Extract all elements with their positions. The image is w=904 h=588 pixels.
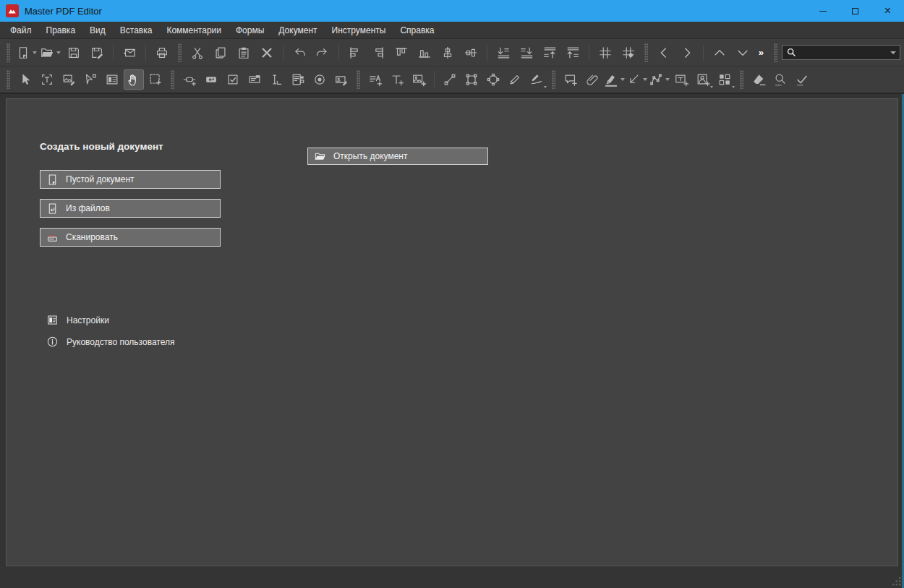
- add-image-button[interactable]: [409, 69, 429, 90]
- align-left-button[interactable]: [345, 43, 365, 63]
- send-backward-button[interactable]: [493, 43, 513, 63]
- text-box-button[interactable]: [671, 69, 691, 90]
- dropdown-caret-icon[interactable]: [56, 51, 61, 54]
- center-horizontal-button[interactable]: [438, 43, 458, 63]
- free-highlight-button[interactable]: [526, 69, 547, 90]
- open-document-button[interactable]: Открыть документ: [307, 148, 488, 165]
- scan-button[interactable]: Сканировать: [40, 228, 221, 247]
- select-tool-button[interactable]: [15, 69, 35, 90]
- radio-field-button[interactable]: [310, 69, 330, 90]
- bring-to-front-button[interactable]: [563, 43, 583, 63]
- previous-page-button[interactable]: [654, 43, 674, 63]
- signature-field-button[interactable]: [331, 69, 351, 90]
- checkbox-field-button[interactable]: [223, 69, 243, 90]
- scroll-up-button[interactable]: [709, 43, 730, 63]
- hand-tool-button[interactable]: [124, 69, 144, 90]
- edit-text-button[interactable]: [37, 69, 57, 90]
- next-page-button[interactable]: [677, 43, 697, 63]
- delete-button[interactable]: [257, 43, 277, 63]
- menu-item-4[interactable]: Вставка: [113, 22, 160, 38]
- dropdown-caret-icon[interactable]: [665, 78, 670, 81]
- redo-button[interactable]: [312, 43, 333, 63]
- copy-button[interactable]: [210, 43, 231, 63]
- toolbar-grip[interactable]: [740, 70, 743, 89]
- toolbar-grip[interactable]: [357, 70, 360, 89]
- close-button[interactable]: ×: [871, 0, 904, 22]
- combobox-field-button[interactable]: [244, 69, 265, 90]
- toolbar-overflow-button[interactable]: »: [759, 47, 764, 58]
- save-button[interactable]: [64, 43, 84, 63]
- blank-document-button[interactable]: Пустой документ: [40, 170, 221, 189]
- snap-to-grid-button[interactable]: [618, 43, 639, 63]
- search-text-button[interactable]: [770, 69, 790, 90]
- search-box[interactable]: [782, 45, 900, 60]
- center-vertical-button[interactable]: [461, 43, 481, 63]
- menu-item-7[interactable]: Документ: [271, 22, 324, 38]
- form-properties-button[interactable]: [102, 69, 122, 90]
- menu-item-6[interactable]: Формы: [229, 22, 271, 38]
- align-bottom-button[interactable]: [414, 43, 435, 63]
- toolbar-grip[interactable]: [7, 43, 10, 62]
- text-cursor-field-button[interactable]: [266, 69, 286, 90]
- send-email-button[interactable]: [119, 43, 140, 63]
- undo-button[interactable]: [289, 43, 310, 63]
- edit-forms-button[interactable]: [80, 69, 101, 90]
- attach-file-button[interactable]: [582, 69, 602, 90]
- dropdown-caret-icon[interactable]: [643, 78, 647, 81]
- edit-image-button[interactable]: [59, 69, 79, 90]
- show-grid-button[interactable]: [595, 43, 615, 63]
- user-guide-link[interactable]: Руководство пользователя: [46, 336, 174, 348]
- sticky-note-button[interactable]: [560, 69, 581, 90]
- dropdown-caret-icon[interactable]: [544, 86, 547, 88]
- add-link-button[interactable]: [179, 69, 200, 90]
- dropdown-caret-icon[interactable]: [710, 86, 713, 88]
- paste-button[interactable]: [234, 43, 254, 63]
- dropdown-caret-icon[interactable]: [621, 78, 625, 81]
- align-top-button[interactable]: [391, 43, 412, 63]
- toolbar-grip[interactable]: [774, 43, 777, 62]
- dropdown-caret-icon[interactable]: [33, 51, 37, 54]
- dropdown-caret-icon[interactable]: [732, 86, 735, 88]
- menu-item-3[interactable]: Вид: [82, 22, 113, 38]
- line-tool-button[interactable]: [440, 69, 460, 90]
- pencil-tool-button[interactable]: [505, 69, 525, 90]
- search-input[interactable]: [797, 48, 890, 58]
- select-area-button[interactable]: [145, 69, 166, 90]
- stamp-tool-button[interactable]: [693, 69, 713, 90]
- toolbar-grip[interactable]: [552, 70, 555, 89]
- from-files-button[interactable]: Из файлов: [40, 199, 221, 218]
- minimize-button[interactable]: [806, 0, 839, 22]
- polyline-tool-button[interactable]: [649, 69, 670, 90]
- menu-item-2[interactable]: Правка: [39, 22, 83, 38]
- toolbar-grip[interactable]: [171, 70, 174, 89]
- list-field-button[interactable]: [288, 69, 308, 90]
- print-button[interactable]: [152, 43, 172, 63]
- new-document-button[interactable]: [16, 43, 37, 63]
- scroll-down-button[interactable]: [733, 43, 753, 63]
- ellipse-tool-button[interactable]: [483, 69, 503, 90]
- maximize-button[interactable]: [839, 0, 871, 22]
- align-right-button[interactable]: [368, 43, 388, 63]
- menu-item-8[interactable]: Инструменты: [325, 22, 393, 38]
- settings-link[interactable]: Настройки: [46, 314, 174, 326]
- open-document-button[interactable]: [40, 43, 61, 63]
- rectangle-tool-button[interactable]: [461, 69, 482, 90]
- validate-button[interactable]: [792, 69, 812, 90]
- toolbar-grip[interactable]: [178, 43, 182, 62]
- search-dropdown-caret-icon[interactable]: [890, 51, 896, 54]
- save-as-button[interactable]: [87, 43, 107, 63]
- highlight-text-button[interactable]: [604, 69, 625, 90]
- redact-button[interactable]: [749, 69, 769, 90]
- toolbar-grip[interactable]: [644, 43, 648, 62]
- resize-grip[interactable]: [892, 577, 901, 586]
- add-text-field-button[interactable]: [365, 69, 385, 90]
- send-to-back-button[interactable]: [516, 43, 537, 63]
- cut-button[interactable]: [187, 43, 208, 63]
- bring-forward-button[interactable]: [540, 43, 560, 63]
- page-thumbnails-button[interactable]: [715, 69, 735, 90]
- arrow-tool-button[interactable]: [626, 69, 647, 90]
- menu-item-9[interactable]: Справка: [393, 22, 441, 38]
- menu-item-5[interactable]: Комментарии: [159, 22, 229, 38]
- add-text-button[interactable]: [387, 69, 407, 90]
- button-field-button[interactable]: [201, 69, 221, 90]
